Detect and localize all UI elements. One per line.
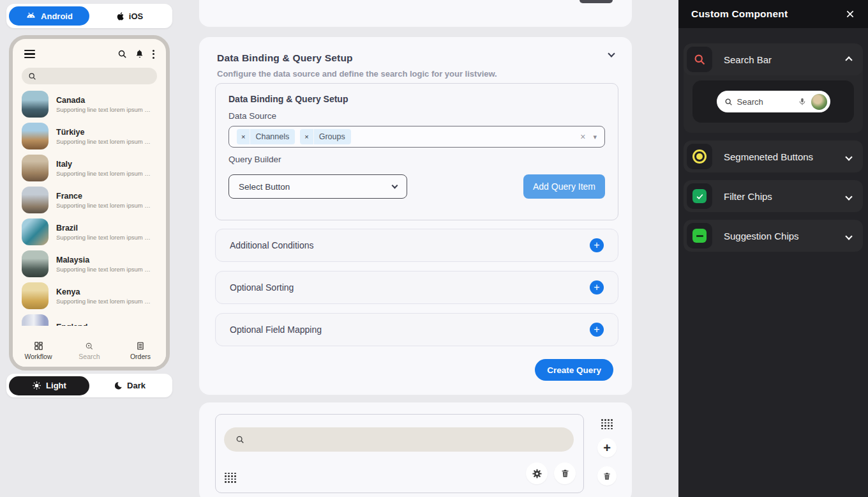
- nav-item-search[interactable]: Search: [64, 335, 115, 367]
- panel-subtitle: Configure the data source and define the…: [217, 69, 614, 79]
- search-bar-preview-card: Search: [692, 80, 854, 123]
- orders-icon: [136, 341, 145, 351]
- widget-preview-panel: +: [199, 402, 632, 497]
- country-title: Türkiye: [56, 128, 151, 137]
- country-subtitle: Supporting line text lorem ipsum dol...: [56, 266, 151, 273]
- search-bar-widget[interactable]: Search: [717, 91, 830, 112]
- chip-remove-icon[interactable]: ×: [237, 129, 250, 144]
- nav-item-workflow[interactable]: Workflow: [13, 335, 64, 367]
- list-item[interactable]: England: [22, 312, 157, 326]
- phone-preview: Canada Supporting line text lorem ipsum …: [9, 35, 170, 371]
- country-title: Malaysia: [56, 256, 151, 264]
- country-thumbnail: [22, 282, 49, 309]
- phone-header: [13, 39, 166, 61]
- search-widget-preview[interactable]: [224, 427, 574, 452]
- chevron-down-icon[interactable]: [846, 151, 851, 162]
- device-toggle: Android iOS: [6, 4, 172, 28]
- chip-remove-icon[interactable]: ×: [300, 129, 313, 144]
- component-panel-header: Custom Component: [678, 0, 868, 28]
- accordion-label: Optional Field Mapping: [230, 325, 322, 335]
- accordion-optional-field-mapping[interactable]: Optional Field Mapping +: [215, 313, 618, 346]
- nav-label: Workflow: [25, 353, 52, 360]
- list-item[interactable]: Canada Supporting line text lorem ipsum …: [22, 88, 157, 120]
- nav-label: Search: [79, 353, 100, 360]
- plus-icon[interactable]: +: [590, 323, 604, 337]
- mic-icon[interactable]: [798, 96, 807, 107]
- hamburger-menu-icon[interactable]: [24, 50, 35, 58]
- component-item-filter-chips[interactable]: Filter Chips: [684, 180, 863, 212]
- close-icon[interactable]: [845, 9, 855, 19]
- checkbox-indeterminate-icon: [692, 229, 707, 243]
- chevron-down-icon[interactable]: [846, 230, 851, 241]
- clear-all-icon[interactable]: ×: [580, 132, 585, 142]
- gear-icon: [532, 468, 542, 479]
- accordion-optional-sorting[interactable]: Optional Sorting +: [215, 271, 618, 304]
- component-item-suggestion-chips[interactable]: Suggestion Chips: [684, 220, 863, 252]
- android-icon: [26, 12, 36, 20]
- list-item[interactable]: Malaysia Supporting line text lorem ipsu…: [22, 248, 157, 280]
- component-item-search-bar[interactable]: Search Bar: [684, 43, 863, 75]
- bell-icon[interactable]: [135, 49, 144, 59]
- data-source-multiselect[interactable]: × Channels × Groups × ▾: [228, 126, 605, 148]
- select-button-dropdown[interactable]: Select Button: [228, 174, 407, 199]
- settings-button[interactable]: [526, 463, 548, 484]
- ios-toggle-button[interactable]: iOS: [89, 6, 170, 26]
- android-label: Android: [41, 11, 73, 21]
- plus-icon[interactable]: +: [590, 280, 604, 294]
- country-thumbnail: [22, 314, 49, 326]
- add-query-item-button[interactable]: Add Query Item: [523, 174, 605, 199]
- android-toggle-button[interactable]: Android: [9, 6, 89, 26]
- dropdown-caret-icon[interactable]: ▾: [593, 133, 597, 141]
- search-icon: [236, 435, 244, 444]
- component-label: Search Bar: [724, 54, 772, 65]
- country-subtitle: Supporting line text lorem ipsum dol...: [56, 138, 151, 145]
- create-query-button[interactable]: Create Query: [535, 359, 613, 381]
- nav-item-orders[interactable]: Orders: [115, 335, 166, 367]
- list-item[interactable]: Kenya Supporting line text lorem ipsum d…: [22, 280, 157, 312]
- list-item[interactable]: France Supporting line text lorem ipsum …: [22, 184, 157, 216]
- search-icon: [28, 72, 36, 80]
- chevron-down-icon: [392, 183, 398, 189]
- data-binding-panel: Data Binding & Query Setup Configure the…: [199, 37, 632, 395]
- query-builder-label: Query Builder: [228, 155, 605, 164]
- country-subtitle: Supporting line text lorem ipsum dol...: [56, 202, 151, 209]
- phone-search-bar[interactable]: [22, 68, 157, 84]
- country-thumbnail: [22, 123, 49, 149]
- search-icon[interactable]: [117, 49, 127, 59]
- drag-handle-icon[interactable]: [601, 419, 613, 429]
- drag-handle-icon[interactable]: [225, 473, 236, 483]
- icon-tile: [687, 183, 712, 209]
- chevron-down-icon[interactable]: [846, 190, 851, 202]
- apple-icon: [116, 11, 124, 21]
- list-item[interactable]: Brazil Supporting line text lorem ipsum …: [22, 216, 157, 248]
- search-icon: [693, 53, 706, 66]
- plus-icon[interactable]: +: [590, 238, 604, 252]
- dark-theme-button[interactable]: Dark: [89, 376, 170, 395]
- light-theme-button[interactable]: Light: [9, 376, 89, 395]
- accordion-label: Additional Conditions: [230, 240, 314, 250]
- chip-label: Channels: [250, 129, 295, 144]
- collapse-chevron-icon[interactable]: [609, 47, 614, 59]
- moon-icon: [114, 381, 123, 390]
- chevron-up-icon[interactable]: [846, 54, 851, 65]
- country-thumbnail: [22, 155, 49, 181]
- list-item[interactable]: Italy Supporting line text lorem ipsum d…: [22, 152, 157, 184]
- ios-label: iOS: [129, 11, 143, 21]
- icon-tile: [687, 47, 712, 72]
- component-panel-title: Custom Component: [691, 8, 788, 20]
- custom-component-panel: Custom Component Search Bar: [678, 0, 868, 497]
- avatar[interactable]: [811, 94, 827, 110]
- country-subtitle: Supporting line text lorem ipsum dol...: [56, 170, 151, 177]
- component-group-search-bar: Search Bar Search: [684, 43, 863, 133]
- query-setup-card: Data Binding & Query Setup Data Source ×…: [215, 83, 618, 220]
- kebab-menu-icon[interactable]: [153, 50, 154, 59]
- delete-row-button[interactable]: [597, 466, 617, 486]
- component-item-segmented-buttons[interactable]: Segmeneted Buttons: [684, 141, 863, 172]
- delete-widget-button[interactable]: [554, 463, 576, 484]
- chip-label: Groups: [314, 129, 351, 144]
- list-item[interactable]: Türkiye Supporting line text lorem ipsum…: [22, 120, 157, 152]
- accordion-additional-conditions[interactable]: Additional Conditions +: [215, 229, 618, 262]
- clipped-button[interactable]: [580, 0, 613, 3]
- add-widget-button[interactable]: +: [597, 438, 617, 457]
- select-value: Select Button: [239, 182, 290, 192]
